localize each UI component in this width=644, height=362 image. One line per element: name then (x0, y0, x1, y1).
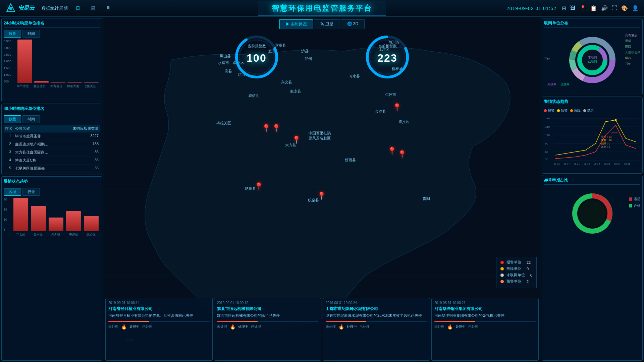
svg-text:60: 60 (545, 150, 548, 154)
image-icon[interactable]: 🖼 (570, 5, 576, 11)
alert-time-4: 2019-08-31 10:00:21 (434, 301, 536, 305)
x-label-5: 七星关区… (84, 84, 99, 88)
status-done-2: 已处理 (251, 324, 261, 329)
alert-company-1: 河南省登月植业有限公司 (108, 306, 210, 312)
pin-7[interactable]: 📍 (317, 192, 325, 200)
table-row-3[interactable]: 3 大方县佳鑫国际商… 36 (4, 148, 100, 157)
sound-icon[interactable]: 🔊 (601, 5, 608, 11)
tab-24h-count[interactable]: 数量 (4, 30, 21, 38)
legend-warning-dot (500, 280, 504, 283)
map-tab-3d[interactable]: 🌐 3D (341, 19, 365, 29)
svg-text:08-27: 08-27 (614, 163, 620, 165)
grid-icon[interactable]: ⊞ (562, 5, 566, 11)
alert-progress-bar-4 (434, 321, 475, 322)
alert-company-3: 卫辉市世纪新峰水泥有限公司 (326, 306, 427, 312)
xl-4: 中原区 (69, 232, 78, 237)
status-done-1: 已处理 (142, 324, 152, 329)
panel-connected: 联网单位分布 未联网 已联网 (542, 18, 643, 95)
tab-48h-time[interactable]: 时间 (22, 115, 40, 123)
rank-5: 5 (5, 166, 15, 171)
chart-24h-bars (16, 40, 100, 83)
donut-bottom-legend: 未联网 已联网 (547, 82, 570, 87)
legend-online-text: 已联网 (560, 82, 570, 87)
fault-dot (570, 109, 573, 112)
legend-alarm-dot (500, 261, 504, 264)
table-row-5[interactable]: 5 七星关区峰景丽都 36 (4, 165, 100, 173)
legend-alarm-count: 22 (527, 260, 531, 264)
y-label-4: 2,000 (4, 60, 11, 63)
svg-text:08-11: 08-11 (574, 163, 580, 165)
pin-6[interactable]: 📍 (397, 150, 406, 158)
pin-3[interactable]: 📍 (292, 136, 300, 144)
alert-trend-tabs: 区域 行业 (4, 188, 100, 196)
legend-offline-dot (500, 274, 504, 277)
tab-24h-time[interactable]: 时间 (22, 30, 40, 38)
table-row-2[interactable]: 2 鑫源达房地产福鹏… 138 (4, 140, 100, 148)
warning-dot (557, 109, 560, 112)
y-trend-4: 20 (4, 198, 7, 201)
user-icon[interactable]: 👤 (632, 5, 639, 11)
status-done-3: 已处理 (360, 324, 370, 329)
pin-5[interactable]: 📍 (387, 147, 395, 155)
alert-card-1: 2019-09-01 10:00:14 河南省登月植业有限公司 河南省登月植业有… (105, 298, 213, 361)
table-row-1[interactable]: 1 毕节市兰乔圣菲 3227 (4, 132, 100, 140)
company-3: 大方县佳鑫国际商… (15, 150, 72, 155)
tab-48h-count[interactable]: 数量 (4, 115, 21, 123)
palette-icon[interactable]: 🎨 (621, 5, 628, 11)
map-tab-satellite[interactable]: 🛰 卫星 (314, 19, 340, 29)
gauge-alert-value: 100 (233, 52, 280, 64)
panel-connected-title: 联网单位分布 (544, 20, 640, 28)
header-title: 智慧环保用电监管服务平台 (258, 1, 386, 16)
legend-warning-count: 2 (527, 280, 529, 284)
doc-icon[interactable]: 📋 (590, 5, 597, 11)
alert-progress-bar-2 (217, 321, 258, 322)
map-tab-realtime[interactable]: ▶ 实时路况 (279, 19, 313, 29)
pin-icon-5: 📍 (387, 147, 396, 155)
alert-card-4: 2019-08-31 10:00:21 河南华洋铜业集团有限公司 河南华洋铜业集… (431, 298, 539, 361)
legend-hotel: 宾馆酒店 (625, 33, 640, 38)
bar-5 (84, 82, 99, 83)
alert-desc-1: 河南省登月植业有限公司的光氧、活性炭吸附已关停 (108, 313, 210, 318)
center-map: 宜宾 屏山县 水富市 叙州区 高县 珙县 宫寨县 泸县 泸州 南川区 江津区 威… (104, 17, 540, 362)
trend-legend-row: 报警 预警 故障 隐患 (544, 108, 640, 113)
status-processing-2: 处理中 (238, 324, 248, 329)
alert-status-row-3: 未处理 🔥 处理中 已处理 (326, 324, 427, 329)
fullscreen-icon[interactable]: ⛶ (612, 5, 617, 11)
pin-1[interactable]: 📍 (262, 124, 270, 132)
svg-text:08-19: 08-19 (594, 163, 600, 165)
nav-week[interactable]: 周 (88, 4, 98, 13)
pin-8[interactable]: 📍 (254, 182, 262, 190)
x-label-2: 鑫源达房… (34, 84, 49, 88)
tab-industry[interactable]: 行业 (22, 188, 40, 196)
y-trend-2: 10 (4, 218, 7, 221)
rank-3: 3 (5, 150, 15, 155)
brand-name: 安易云 (19, 5, 35, 12)
pin-icon-2: 📍 (272, 124, 281, 132)
gauge-warning: 当前预警数 223 (364, 34, 411, 80)
nav-month[interactable]: 月 (103, 4, 113, 13)
map-legend: 报警单位 22 故障单位 0 未联网单位 0 预警单位 2 (496, 257, 537, 288)
panel-48h-title: 48小时未响应单位排名 (4, 106, 100, 113)
status-done-4: 已处理 (468, 324, 478, 329)
svg-text:90: 90 (545, 142, 548, 145)
header-left: 安易云 数据统计周期 日 周 月 (5, 3, 113, 14)
alert-company-2: 辉县市恒远机械有限公司 (217, 306, 318, 312)
bar-1 (17, 40, 32, 83)
tab-region[interactable]: 区域 (4, 188, 21, 196)
location-icon[interactable]: 📍 (580, 5, 586, 11)
svg-text:08-07: 08-07 (564, 163, 570, 165)
alert-trend-right-title: 警情状态趋势 (544, 99, 640, 106)
x-label-4: 博泰大厦… (67, 84, 82, 88)
bottom-alerts: 2019-09-01 10:00:14 河南省登月植业有限公司 河南省登月植业有… (104, 297, 540, 362)
status-processing-4: 处理中 (455, 324, 466, 329)
chart-24h-xlabels: 毕节市兰… 鑫源达房… 大方县佳… 博泰大厦… 七星关区… (16, 84, 100, 88)
pin-2[interactable]: 📍 (272, 124, 280, 132)
table-row-4[interactable]: 4 博泰大厦C栋 36 (4, 157, 100, 165)
alert-time-1: 2019-09-01 10:00:14 (108, 301, 210, 305)
rank-4: 4 (5, 158, 15, 163)
legend-qualified: 合格 (629, 203, 640, 208)
pin-4[interactable]: 📍 (392, 103, 400, 111)
chart-24h: 3,500 3,000 2,500 2,000 1,500 1,000 500 (4, 40, 100, 100)
nav-day[interactable]: 日 (73, 4, 83, 13)
panel-24h: 24小时未响应单位排名 数量 时间 3,500 3,000 2,500 2,00… (1, 18, 102, 102)
